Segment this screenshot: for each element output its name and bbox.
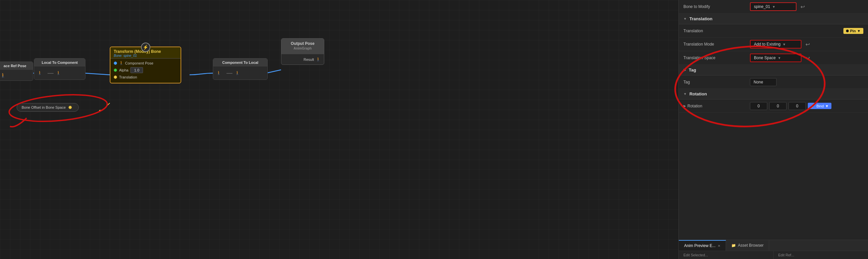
translation-space-label: Translation Space (683, 56, 750, 60)
rotation-collapse-icon: ▼ (683, 92, 687, 96)
tag-label: Tag (683, 80, 750, 85)
translation-collapse-icon: ▼ (683, 17, 687, 21)
translation-row: Translation Pin ▼ (679, 24, 868, 38)
translation-pin-button[interactable]: Pin ▼ (843, 28, 863, 34)
pin-icon (846, 30, 849, 32)
translation-mode-control: Add to Existing ▼ ↩ (750, 40, 863, 48)
svg-line-2 (266, 70, 281, 73)
edit-ref-text: Edit Ref... (774, 251, 868, 259)
edit-selected-text: Edit Selected... (679, 251, 774, 259)
result-pin: Result 🚶 (285, 56, 320, 63)
bone-offset-output-pin (68, 106, 72, 109)
tab-anim-preview[interactable]: Anim Preview E... ✕ (679, 240, 726, 251)
translation-mode-row: Translation Mode Add to Existing ▼ ↩ (679, 38, 868, 51)
translation-label: Translation (683, 29, 750, 33)
pin-chevron-icon: ▼ (857, 29, 861, 33)
tab-close-icon[interactable]: ✕ (718, 244, 720, 248)
rotation-z-input[interactable] (788, 102, 806, 110)
bone-to-modify-dropdown[interactable]: spine_01 ▼ (750, 2, 797, 11)
space-ref-pose-output-pin: 🚶 (0, 72, 30, 78)
translation-space-reset-button[interactable]: ↩ (804, 54, 812, 62)
alpha-pin[interactable]: Alpha (114, 66, 177, 74)
translation-section-header[interactable]: ▼ Translation (679, 13, 868, 24)
translation-space-row: Translation Space Bone Space ▼ ↩ (679, 51, 868, 65)
local-to-component-header: Local To Component (34, 59, 85, 66)
rotation-x-input[interactable] (750, 102, 767, 110)
translation-pin: Translation (114, 74, 177, 80)
bone-to-modify-reset-button[interactable]: ↩ (799, 3, 807, 11)
rotation-bind-button[interactable]: 🔗 Bind ▼ (808, 103, 831, 109)
rotation-section-header[interactable]: ▼ Rotation (679, 89, 868, 99)
svg-line-1 (85, 73, 110, 75)
connections-svg (0, 0, 678, 259)
tag-row: Tag None (679, 75, 868, 89)
rotation-control: 🔗 Bind ▼ (750, 102, 863, 110)
chevron-down-icon: ▼ (772, 5, 776, 9)
translation-mode-label: Translation Mode (683, 42, 750, 46)
tag-section-header[interactable]: ▶ Tag (679, 65, 868, 75)
translation-mode-dropdown[interactable]: Add to Existing ▼ (750, 40, 802, 48)
person-icon: 🚶 (0, 73, 5, 77)
bone-to-modify-row: Bone to Modify spine_01 ▼ ↩ (679, 0, 868, 13)
transform-bone-node[interactable]: ⚡ Transform (Modify) Bone Bone: spine_01… (110, 46, 181, 84)
tag-collapse-icon: ▶ (683, 68, 686, 72)
node-graph-canvas[interactable]: ace Ref Pose 🚶 Local To Component 🚶 — 🚶 … (0, 0, 678, 259)
translation-mode-reset-button[interactable]: ↩ (804, 40, 812, 48)
lightning-icon: ⚡ (141, 42, 150, 52)
output-pose-node[interactable]: Output Pose AnimGraph Result 🚶 (281, 38, 324, 65)
right-panel: Bone to Modify spine_01 ▼ ↩ ▼ Translatio… (678, 0, 868, 259)
rotation-row: ▶ Rotation 🔗 Bind ▼ (679, 99, 868, 113)
rotation-y-input[interactable] (769, 102, 786, 110)
rotation-label: ▶ Rotation (683, 104, 750, 108)
bone-to-modify-control: spine_01 ▼ ↩ (750, 2, 863, 11)
bone-offset-node[interactable]: Bone Offset in Bone Space (17, 103, 79, 112)
translation-space-control: Bone Space ▼ ↩ (750, 54, 863, 62)
output-pose-header: Output Pose AnimGraph (281, 39, 324, 54)
tab-asset-browser[interactable]: 📁 Asset Browser (726, 240, 769, 251)
translation-space-chevron-icon: ▼ (778, 56, 781, 60)
bottom-bar: Edit Selected... Edit Ref... (679, 251, 868, 259)
bind-icon: 🔗 (810, 104, 815, 108)
tag-value: None (750, 78, 777, 86)
component-pose-pin: 🚶 Component Pose (114, 60, 177, 66)
space-ref-pose-header: ace Ref Pose (0, 62, 33, 70)
translation-space-dropdown[interactable]: Bone Space ▼ (750, 54, 802, 62)
space-ref-pose-node[interactable]: ace Ref Pose 🚶 (0, 62, 33, 81)
tag-control: None (750, 78, 863, 86)
component-to-local-header: Component To Local (213, 59, 268, 66)
translation-mode-chevron-icon: ▼ (782, 42, 786, 46)
ctl-pins: 🚶 — 🚶 (217, 68, 264, 77)
rotation-expand-icon: ▶ (683, 104, 686, 108)
local-to-component-node[interactable]: Local To Component 🚶 — 🚶 (34, 58, 86, 80)
bone-to-modify-label: Bone to Modify (683, 4, 750, 9)
translation-control: Pin ▼ (750, 28, 863, 34)
alpha-input[interactable] (130, 67, 143, 73)
ltc-pins: 🚶 — 🚶 (38, 68, 82, 77)
asset-browser-icon: 📁 (731, 244, 736, 248)
bind-chevron-icon: ▼ (825, 104, 829, 108)
bottom-tabs: Anim Preview E... ✕ 📁 Asset Browser (679, 240, 868, 251)
component-to-local-node[interactable]: Component To Local 🚶 — 🚶 (213, 58, 268, 80)
